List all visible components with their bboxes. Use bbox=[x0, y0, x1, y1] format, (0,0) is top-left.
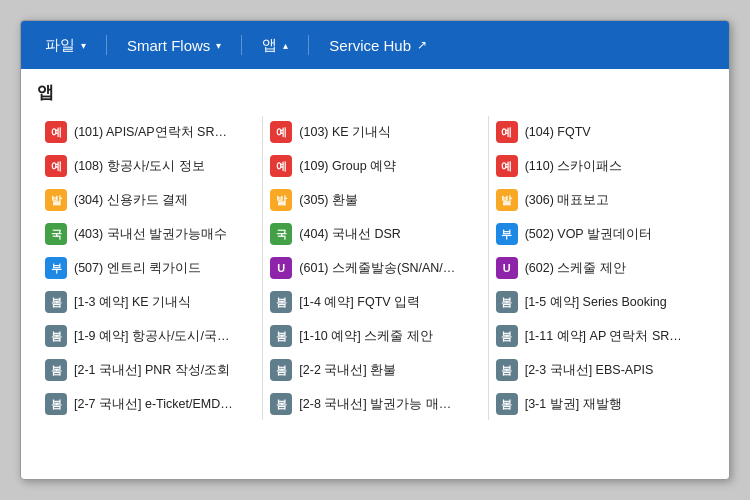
item-badge: 봄 bbox=[45, 359, 67, 381]
item-badge: 봄 bbox=[496, 291, 518, 313]
divider-3 bbox=[308, 35, 309, 55]
list-item[interactable]: 발(306) 매표보고 bbox=[488, 184, 713, 216]
item-label: [3-1 발권] 재발행 bbox=[525, 396, 622, 413]
list-item[interactable]: 봄[2-7 국내선] e-Ticket/EMD 조회 bbox=[37, 388, 262, 420]
item-badge: U bbox=[496, 257, 518, 279]
item-badge: 봄 bbox=[45, 325, 67, 347]
smartflows-chevron-icon: ▾ bbox=[216, 40, 221, 51]
list-item[interactable]: 봄[1-3 예약] KE 기내식 bbox=[37, 286, 262, 318]
divider-2 bbox=[241, 35, 242, 55]
list-item[interactable]: 봄[3-1 발권] 재발행 bbox=[488, 388, 713, 420]
item-label: (602) 스케줄 제안 bbox=[525, 260, 626, 277]
list-item[interactable]: 국(403) 국내선 발권가능매수 bbox=[37, 218, 262, 250]
item-label: (109) Group 예약 bbox=[299, 158, 396, 175]
item-label: [2-1 국내선] PNR 작성/조회 bbox=[74, 362, 230, 379]
item-label: [1-5 예약] Series Booking bbox=[525, 294, 667, 311]
item-label: [2-8 국내선] 발권가능 매수 ... bbox=[299, 396, 459, 413]
item-badge: 봄 bbox=[496, 393, 518, 415]
item-badge: 예 bbox=[270, 121, 292, 143]
item-badge: 봄 bbox=[45, 393, 67, 415]
item-badge: 봄 bbox=[496, 325, 518, 347]
list-item[interactable]: 부(502) VOP 발권데이터 bbox=[488, 218, 713, 250]
item-label: (108) 항공사/도시 정보 bbox=[74, 158, 205, 175]
list-item[interactable]: 예(109) Group 예약 bbox=[262, 150, 487, 182]
item-label: (507) 엔트리 퀵가이드 bbox=[74, 260, 201, 277]
smartflows-label: Smart Flows bbox=[127, 37, 210, 54]
list-item[interactable]: 봄[2-8 국내선] 발권가능 매수 ... bbox=[262, 388, 487, 420]
app-menu[interactable]: 앱 ▴ bbox=[254, 32, 296, 59]
item-label: [1-9 예약] 항공사/도시/국가 ... bbox=[74, 328, 234, 345]
item-label: [2-7 국내선] e-Ticket/EMD 조회 bbox=[74, 396, 234, 413]
divider-1 bbox=[106, 35, 107, 55]
app-chevron-icon: ▴ bbox=[283, 40, 288, 51]
main-content: 앱 예(101) APIS/AP연락처 SR전환예(103) KE 기내식예(1… bbox=[21, 69, 729, 479]
list-item[interactable]: U(602) 스케줄 제안 bbox=[488, 252, 713, 284]
titlebar: 파일 ▾ Smart Flows ▾ 앱 ▴ Service Hub ↗ bbox=[21, 21, 729, 69]
item-badge: 발 bbox=[496, 189, 518, 211]
smartflows-menu[interactable]: Smart Flows ▾ bbox=[119, 33, 229, 58]
file-chevron-icon: ▾ bbox=[81, 40, 86, 51]
app-grid: 예(101) APIS/AP연락처 SR전환예(103) KE 기내식예(104… bbox=[37, 116, 713, 420]
list-item[interactable]: 봄[1-4 예약] FQTV 입력 bbox=[262, 286, 487, 318]
item-label: [1-10 예약] 스케줄 제안 bbox=[299, 328, 432, 345]
servicehub-menu[interactable]: Service Hub ↗ bbox=[321, 33, 435, 58]
item-badge: 예 bbox=[270, 155, 292, 177]
item-badge: 발 bbox=[45, 189, 67, 211]
item-badge: 봄 bbox=[45, 291, 67, 313]
section-title: 앱 bbox=[37, 81, 713, 104]
list-item[interactable]: 예(110) 스카이패스 bbox=[488, 150, 713, 182]
item-badge: U bbox=[270, 257, 292, 279]
item-badge: 봄 bbox=[270, 393, 292, 415]
item-label: (403) 국내선 발권가능매수 bbox=[74, 226, 227, 243]
item-label: (101) APIS/AP연락처 SR전환 bbox=[74, 124, 234, 141]
file-label: 파일 bbox=[45, 36, 75, 55]
item-label: (110) 스카이패스 bbox=[525, 158, 623, 175]
list-item[interactable]: 봄[2-3 국내선] EBS-APIS bbox=[488, 354, 713, 386]
list-item[interactable]: 국(404) 국내선 DSR bbox=[262, 218, 487, 250]
item-label: (304) 신용카드 결제 bbox=[74, 192, 188, 209]
item-badge: 예 bbox=[496, 121, 518, 143]
item-badge: 예 bbox=[45, 121, 67, 143]
list-item[interactable]: 예(101) APIS/AP연락처 SR전환 bbox=[37, 116, 262, 148]
item-label: [1-3 예약] KE 기내식 bbox=[74, 294, 191, 311]
list-item[interactable]: 발(304) 신용카드 결제 bbox=[37, 184, 262, 216]
list-item[interactable]: 발(305) 환불 bbox=[262, 184, 487, 216]
external-link-icon: ↗ bbox=[417, 38, 427, 52]
list-item[interactable]: 예(104) FQTV bbox=[488, 116, 713, 148]
list-item[interactable]: 봄[1-11 예약] AP 연락처 SR 변환 bbox=[488, 320, 713, 352]
item-badge: 부 bbox=[45, 257, 67, 279]
servicehub-label: Service Hub bbox=[329, 37, 411, 54]
item-badge: 국 bbox=[45, 223, 67, 245]
list-item[interactable]: 봄[1-10 예약] 스케줄 제안 bbox=[262, 320, 487, 352]
app-window: 파일 ▾ Smart Flows ▾ 앱 ▴ Service Hub ↗ 앱 예… bbox=[20, 20, 730, 480]
item-badge: 봄 bbox=[496, 359, 518, 381]
item-label: [2-2 국내선] 환불 bbox=[299, 362, 396, 379]
list-item[interactable]: 예(103) KE 기내식 bbox=[262, 116, 487, 148]
list-item[interactable]: 예(108) 항공사/도시 정보 bbox=[37, 150, 262, 182]
item-label: (306) 매표보고 bbox=[525, 192, 610, 209]
list-item[interactable]: 부(507) 엔트리 퀵가이드 bbox=[37, 252, 262, 284]
item-badge: 발 bbox=[270, 189, 292, 211]
item-badge: 예 bbox=[496, 155, 518, 177]
list-item[interactable]: 봄[1-5 예약] Series Booking bbox=[488, 286, 713, 318]
file-menu[interactable]: 파일 ▾ bbox=[37, 32, 94, 59]
item-label: [2-3 국내선] EBS-APIS bbox=[525, 362, 654, 379]
item-badge: 예 bbox=[45, 155, 67, 177]
item-badge: 봄 bbox=[270, 359, 292, 381]
list-item[interactable]: 봄[2-1 국내선] PNR 작성/조회 bbox=[37, 354, 262, 386]
item-label: (502) VOP 발권데이터 bbox=[525, 226, 652, 243]
item-label: [1-4 예약] FQTV 입력 bbox=[299, 294, 420, 311]
item-badge: 봄 bbox=[270, 325, 292, 347]
item-badge: 부 bbox=[496, 223, 518, 245]
item-badge: 국 bbox=[270, 223, 292, 245]
item-label: (601) 스케줄발송(SN/AN/TN) bbox=[299, 260, 459, 277]
item-badge: 봄 bbox=[270, 291, 292, 313]
list-item[interactable]: U(601) 스케줄발송(SN/AN/TN) bbox=[262, 252, 487, 284]
item-label: (404) 국내선 DSR bbox=[299, 226, 401, 243]
app-label: 앱 bbox=[262, 36, 277, 55]
item-label: (305) 환불 bbox=[299, 192, 358, 209]
list-item[interactable]: 봄[1-9 예약] 항공사/도시/국가 ... bbox=[37, 320, 262, 352]
item-label: (103) KE 기내식 bbox=[299, 124, 391, 141]
list-item[interactable]: 봄[2-2 국내선] 환불 bbox=[262, 354, 487, 386]
item-label: [1-11 예약] AP 연락처 SR 변환 bbox=[525, 328, 685, 345]
